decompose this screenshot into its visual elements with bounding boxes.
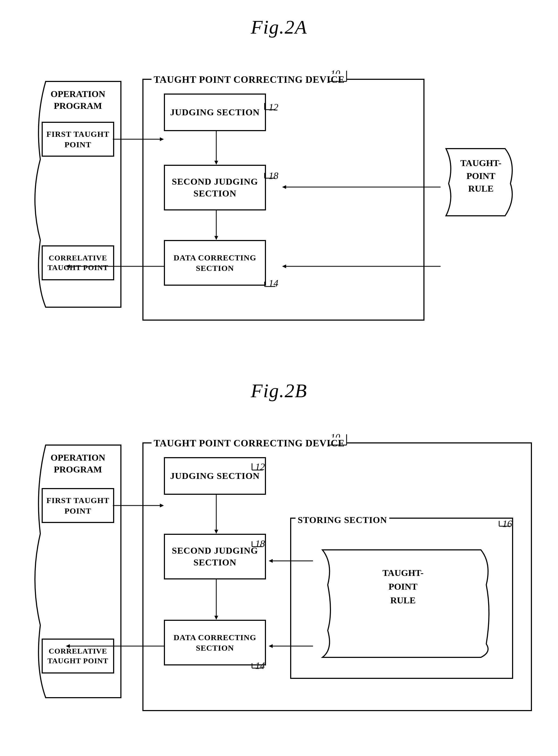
arrow-rule-to-data-a — [279, 262, 446, 270]
arrow-second-to-data-b — [212, 579, 220, 623]
arrow-data-to-correlative-a — [63, 262, 165, 270]
ref18-tick-b — [249, 538, 265, 548]
svg-marker-41 — [66, 644, 70, 648]
arrow-second-to-data-a — [212, 210, 220, 243]
svg-marker-35 — [214, 616, 218, 620]
op-program-label-a: OPERATION PROGRAM — [37, 88, 118, 112]
ref14-tick-b — [249, 661, 265, 670]
data-correcting-section-box-a: DATA CORRECTING SECTION — [164, 240, 266, 286]
arrow-rule-to-data-b — [266, 642, 314, 650]
svg-marker-13 — [214, 236, 218, 240]
page: Fig.2A 10 TAUGHT POINT CORRECTING DEVICE… — [0, 0, 558, 756]
svg-marker-15 — [282, 185, 286, 189]
ref10-tick-b — [325, 432, 357, 448]
ref18-tick-a — [262, 170, 278, 179]
ref10-tick-a — [325, 68, 357, 84]
arrow-rule-to-second-a — [279, 183, 446, 191]
judging-section-box-a: JUDGING SECTION — [164, 94, 266, 131]
arrow-ftp-to-judging-b — [113, 502, 167, 509]
ref12-tick-b — [249, 461, 265, 471]
arrow-rule-to-second-b — [266, 557, 314, 565]
arrow-judging-to-second-a — [212, 131, 220, 168]
first-taught-point-box-b: FIRST TAUGHT POINT — [42, 488, 114, 523]
svg-marker-19 — [66, 264, 70, 268]
svg-marker-31 — [160, 504, 164, 507]
device-label-a: TAUGHT POINT CORRECTING DEVICE — [152, 74, 347, 85]
second-judging-section-box-a: SECOND JUDGING SECTION — [164, 165, 266, 210]
data-correcting-section-box-b: DATA CORRECTING SECTION — [164, 620, 266, 665]
first-taught-point-box-a: FIRST TAUGHT POINT — [42, 122, 114, 157]
ref16-tick-b — [497, 518, 513, 528]
fig2b-diagram: 10 TAUGHT POINT CORRECTING DEVICE OPERAT… — [22, 415, 536, 725]
fig2b-title: Fig.2B — [22, 380, 536, 402]
arrow-ftp-to-judging-a — [113, 135, 167, 143]
arrow-data-to-correlative-b — [63, 642, 165, 650]
op-program-label-b: OPERATION PROGRAM — [37, 452, 118, 475]
fig2a-diagram: 10 TAUGHT POINT CORRECTING DEVICE OPERAT… — [22, 52, 536, 348]
taught-point-rule-label-b: TAUGHT- POINT RULE — [322, 566, 484, 607]
svg-marker-33 — [214, 530, 218, 534]
ref14-tick-a — [262, 279, 278, 288]
svg-marker-39 — [269, 644, 273, 648]
taught-point-rule-label-a: TAUGHT- POINT RULE — [447, 157, 514, 195]
device-label-b: TAUGHT POINT CORRECTING DEVICE — [152, 437, 347, 449]
svg-marker-37 — [269, 559, 273, 563]
storing-section-label-b: STORING SECTION — [296, 515, 389, 525]
ref12-tick-a — [262, 100, 278, 111]
svg-marker-17 — [282, 264, 286, 268]
svg-marker-11 — [214, 161, 218, 165]
fig2a-title: Fig.2A — [22, 16, 536, 39]
svg-marker-9 — [160, 137, 164, 141]
arrow-judging-to-second-b — [212, 495, 220, 536]
